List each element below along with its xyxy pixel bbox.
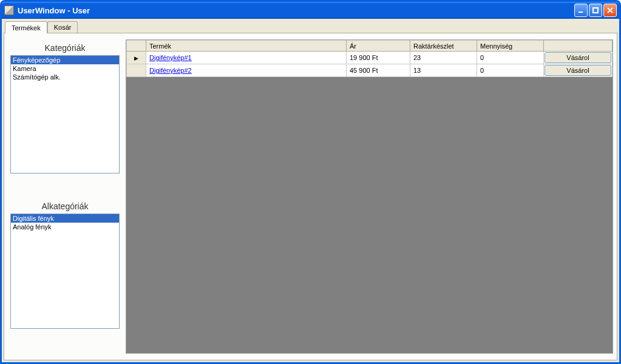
- maximize-button[interactable]: [589, 4, 602, 17]
- categories-heading: Kategóriák: [10, 43, 120, 53]
- grid-corner-cell: [127, 41, 146, 52]
- products-grid[interactable]: Termék Ár Raktárkészlet Mennyiség ▶ Digi…: [126, 39, 613, 354]
- svg-rect-0: [579, 12, 583, 13]
- subcategories-heading: Alkategóriák: [10, 201, 120, 211]
- product-link[interactable]: Digifénykép#2: [149, 67, 192, 74]
- cell-buy: Vásárol: [544, 64, 613, 77]
- cell-product: Digifénykép#1: [146, 52, 347, 64]
- cell-quantity[interactable]: 0: [477, 64, 544, 77]
- cell-quantity[interactable]: 0: [477, 52, 544, 64]
- sidebar: Kategóriák Fényképezőgép Kamera Számítóg…: [10, 39, 120, 354]
- table-row[interactable]: ▶ Digifénykép#1 19 900 Ft 23 0 Vásárol: [127, 52, 613, 64]
- product-link[interactable]: Digifénykép#1: [149, 54, 192, 61]
- cell-buy: Vásárol: [544, 52, 613, 64]
- category-item[interactable]: Számítógép alk.: [11, 73, 119, 81]
- client-area: Termékek Kosár Kategóriák Fényképezőgép …: [4, 21, 617, 360]
- column-header-buy[interactable]: [544, 41, 613, 52]
- grid-header-row: Termék Ár Raktárkészlet Mennyiség: [127, 41, 613, 52]
- app-window: UserWindow - User Termékek Kosár Kategór…: [0, 0, 621, 364]
- cell-price: 45 900 Ft: [347, 64, 410, 77]
- window-title: UserWindow - User: [18, 6, 574, 15]
- column-header-product[interactable]: Termék: [146, 41, 347, 52]
- app-icon: [4, 5, 14, 15]
- subcategories-listbox[interactable]: Digitális fényk Analóg fényk: [10, 214, 120, 329]
- svg-rect-1: [593, 8, 598, 13]
- row-header[interactable]: [127, 64, 146, 77]
- column-header-price[interactable]: Ár: [347, 41, 410, 52]
- column-header-stock[interactable]: Raktárkészlet: [410, 41, 477, 52]
- category-item[interactable]: Kamera: [11, 64, 119, 73]
- tabstrip: Termékek Kosár: [4, 21, 617, 33]
- cell-product: Digifénykép#2: [146, 64, 347, 77]
- table-row[interactable]: Digifénykép#2 45 900 Ft 13 0 Vásárol: [127, 64, 613, 77]
- close-button[interactable]: [603, 4, 617, 17]
- minimize-button[interactable]: [574, 4, 588, 17]
- categories-listbox[interactable]: Fényképezőgép Kamera Számítógép alk.: [10, 55, 120, 174]
- subcategory-item[interactable]: Analóg fényk: [11, 223, 119, 231]
- cell-price: 19 900 Ft: [347, 52, 410, 64]
- buy-button[interactable]: Vásárol: [545, 52, 611, 63]
- cell-stock: 13: [410, 64, 477, 77]
- titlebar[interactable]: UserWindow - User: [2, 2, 619, 19]
- subcategory-item[interactable]: Digitális fényk: [11, 214, 119, 223]
- row-header[interactable]: ▶: [127, 52, 146, 64]
- buy-button[interactable]: Vásárol: [545, 65, 611, 76]
- column-header-quantity[interactable]: Mennyiség: [477, 41, 544, 52]
- tab-cart[interactable]: Kosár: [47, 21, 78, 33]
- cell-stock: 23: [410, 52, 477, 64]
- category-item[interactable]: Fényképezőgép: [11, 56, 119, 64]
- current-row-indicator-icon: ▶: [134, 55, 138, 61]
- tab-panel-products: Kategóriák Fényképezőgép Kamera Számítóg…: [4, 33, 617, 360]
- tab-products[interactable]: Termékek: [5, 21, 47, 33]
